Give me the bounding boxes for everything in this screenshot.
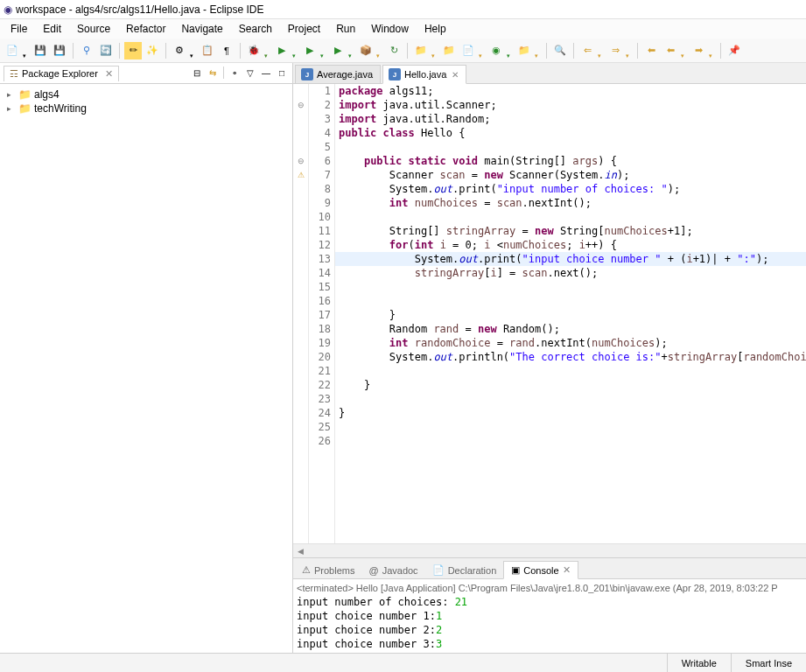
gutter-marker[interactable] [293,84,308,98]
code-line[interactable]: System.out.println("The correct choice i… [335,350,806,364]
gutter-marker[interactable]: ⊖ [293,98,308,112]
menu-source[interactable]: Source [70,21,117,37]
gutter-marker[interactable] [293,406,308,420]
gutter-marker[interactable] [293,112,308,126]
tree-item[interactable]: ▸ 📁 algs4 [4,88,289,102]
debug-button[interactable]: 🐞 [245,42,263,60]
link-editor-icon[interactable]: ⇆ [206,66,220,80]
bottom-tab-console[interactable]: ▣Console ✕ [503,561,578,579]
gutter-marker[interactable] [293,294,308,308]
bottom-tab-problems[interactable]: ⚠Problems [295,562,361,578]
code-line[interactable]: System.out.print("input choice number " … [335,252,806,266]
maximize-view-icon[interactable]: □ [275,66,289,80]
bottom-tab-javadoc[interactable]: @Javadoc [361,563,424,578]
editor-tab[interactable]: JAverage.java [295,65,381,83]
gutter-marker[interactable] [293,308,308,322]
code-line[interactable]: public class Hello { [335,126,806,140]
code-line[interactable]: import java.util.Scanner; [335,98,806,112]
code-line[interactable] [335,210,806,224]
expand-arrow-icon[interactable]: ▸ [7,104,16,113]
horizontal-scrollbar[interactable]: ◀ [293,543,806,557]
minimize-view-icon[interactable]: — [259,66,273,80]
menu-window[interactable]: Window [364,21,416,37]
gutter-marker[interactable] [293,364,308,378]
console-view[interactable]: <terminated> Hello [Java Application] C:… [293,579,806,653]
back-button[interactable]: ⬅ [662,42,679,60]
new-button[interactable]: 📄 [4,42,21,60]
forward-button[interactable]: ➡ [690,42,707,60]
gutter-marker[interactable] [293,224,308,238]
code-line[interactable]: package algs11; [335,84,806,98]
new-java-button[interactable]: 📄 [459,42,477,60]
package-explorer-tab[interactable]: ☶ Package Explorer ✕ [4,66,119,81]
gutter-marker[interactable] [293,252,308,266]
menu-search[interactable]: Search [232,21,279,37]
code-line[interactable] [335,364,806,378]
scroll-left-icon[interactable]: ◀ [293,547,307,556]
code-line[interactable] [335,434,806,448]
code-line[interactable]: } [335,308,806,322]
project-tree[interactable]: ▸ 📁 algs4 ▸ 📁 techWriting [0,84,292,653]
gutter-marker[interactable]: ⊖ [293,154,308,168]
debug-config-button[interactable]: ⚙ [171,42,188,60]
code-line[interactable]: int numChoices = scan.nextInt(); [335,196,806,210]
menu-help[interactable]: Help [417,21,453,37]
collapse-all-icon[interactable]: ⊟ [190,66,204,80]
ext-tools-button[interactable]: 📦 [357,42,375,60]
last-edit-button[interactable]: ⬅ [642,42,660,60]
code-line[interactable]: for(int i = 0; i <numChoices; i++) { [335,238,806,252]
close-view-icon[interactable]: ✕ [105,68,113,80]
highlight-button[interactable]: ✏ [124,42,142,60]
code-line[interactable]: System.out.print("input number of choice… [335,182,806,196]
new-class-button[interactable]: 📁 [412,42,430,60]
gutter-marker[interactable] [293,210,308,224]
menu-project[interactable]: Project [281,21,327,37]
view-menu-icon[interactable]: ▽ [243,66,257,80]
close-view-icon[interactable]: ✕ [563,564,571,576]
code-line[interactable] [335,420,806,434]
new-other-button[interactable]: ◉ [487,42,505,60]
tree-item[interactable]: ▸ 📁 techWriting [4,102,289,116]
link-button[interactable]: ⚲ [78,42,95,60]
gutter-marker[interactable] [293,378,308,392]
code-line[interactable]: int randomChoice = rand.nextInt(numChoic… [335,336,806,350]
refresh-button[interactable]: ↻ [385,42,403,60]
code-line[interactable]: Random rand = new Random(); [335,322,806,336]
new-folder-button[interactable]: 📁 [515,42,533,60]
gutter-marker[interactable] [293,280,308,294]
code-line[interactable]: stringArray[i] = scan.next(); [335,266,806,280]
new-package-button[interactable]: 📁 [440,42,458,60]
gutter-marker[interactable] [293,266,308,280]
menu-run[interactable]: Run [329,21,362,37]
code-line[interactable] [335,140,806,154]
menu-edit[interactable]: Edit [36,21,68,37]
gutter-marker[interactable] [293,322,308,336]
code-line[interactable]: String[] stringArray = new String[numCho… [335,224,806,238]
bottom-tab-declaration[interactable]: 📄Declaration [425,562,504,578]
code-line[interactable]: Scanner scan = new Scanner(System.in); [335,168,806,182]
gutter-marker[interactable] [293,392,308,406]
prev-annotation-button[interactable]: ⇐ [578,42,596,60]
gutter-marker[interactable] [293,434,308,448]
expand-arrow-icon[interactable]: ▸ [7,90,16,99]
pin-button[interactable]: 📌 [725,42,743,60]
gutter-marker[interactable] [293,126,308,140]
gutter-marker[interactable] [293,350,308,364]
code-editor[interactable]: ⊖⊖⚠ 123456789101112131415161718192021222… [293,84,806,543]
code-line[interactable] [335,280,806,294]
run-button[interactable]: ▶ [273,42,291,60]
run-last-button[interactable]: ▶ [329,42,347,60]
code-line[interactable] [335,294,806,308]
gutter-marker[interactable] [293,182,308,196]
gutter-marker[interactable] [293,420,308,434]
menu-refactor[interactable]: Refactor [119,21,172,37]
gutter-marker[interactable] [293,140,308,154]
menu-file[interactable]: File [4,21,34,37]
code-line[interactable]: import java.util.Random; [335,112,806,126]
code-line[interactable]: } [335,378,806,392]
switch-button[interactable]: 🔄 [97,42,115,60]
format-button[interactable]: 📋 [199,42,216,60]
wand-button[interactable]: ✨ [144,42,161,60]
save-button[interactable]: 💾 [32,42,49,60]
search-button[interactable]: 🔍 [551,42,569,60]
